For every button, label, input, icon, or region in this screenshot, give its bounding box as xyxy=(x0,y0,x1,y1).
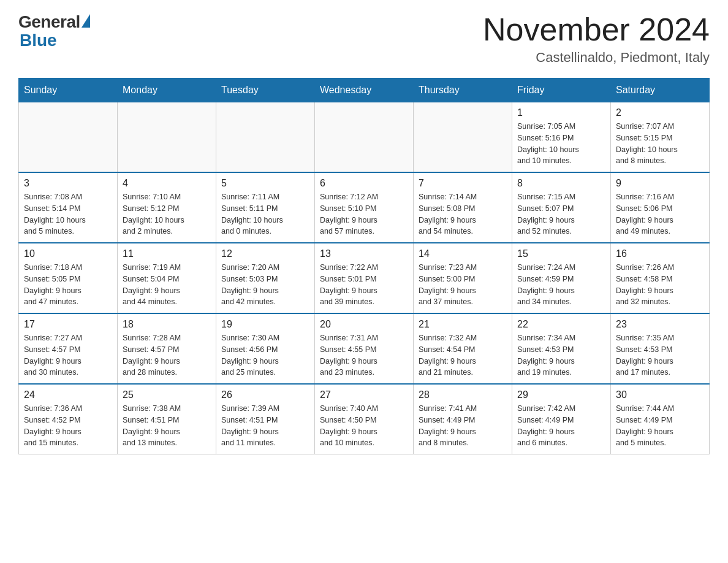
day-number: 23 xyxy=(616,319,704,330)
day-number: 2 xyxy=(616,107,704,118)
day-number: 7 xyxy=(419,178,507,189)
logo-general-text: General xyxy=(18,12,80,32)
day-number: 26 xyxy=(221,389,309,400)
calendar-header-monday: Monday xyxy=(118,79,216,102)
calendar-week-4: 17Sunrise: 7:27 AM Sunset: 4:57 PM Dayli… xyxy=(19,313,710,384)
day-info: Sunrise: 7:14 AM Sunset: 5:08 PM Dayligh… xyxy=(419,191,507,237)
calendar-day: 13Sunrise: 7:22 AM Sunset: 5:01 PM Dayli… xyxy=(315,243,414,313)
calendar-day: 28Sunrise: 7:41 AM Sunset: 4:49 PM Dayli… xyxy=(414,384,512,454)
day-info: Sunrise: 7:05 AM Sunset: 5:16 PM Dayligh… xyxy=(517,121,605,167)
calendar-day: 24Sunrise: 7:36 AM Sunset: 4:52 PM Dayli… xyxy=(19,384,118,454)
calendar-day: 10Sunrise: 7:18 AM Sunset: 5:05 PM Dayli… xyxy=(19,243,118,313)
day-info: Sunrise: 7:31 AM Sunset: 4:55 PM Dayligh… xyxy=(320,332,408,378)
calendar-day: 6Sunrise: 7:12 AM Sunset: 5:10 PM Daylig… xyxy=(315,172,414,243)
day-number: 12 xyxy=(221,248,309,259)
logo-triangle-icon xyxy=(82,14,90,28)
day-number: 29 xyxy=(517,389,605,400)
page-header: General Blue November 2024 Castellinaldo… xyxy=(18,12,710,66)
day-info: Sunrise: 7:24 AM Sunset: 4:59 PM Dayligh… xyxy=(517,262,605,308)
day-info: Sunrise: 7:38 AM Sunset: 4:51 PM Dayligh… xyxy=(123,403,211,449)
day-number: 9 xyxy=(616,178,704,189)
day-number: 3 xyxy=(24,178,112,189)
title-section: November 2024 Castellinaldo, Piedmont, I… xyxy=(483,12,710,66)
day-number: 10 xyxy=(24,248,112,259)
calendar-table: SundayMondayTuesdayWednesdayThursdayFrid… xyxy=(18,78,710,454)
day-info: Sunrise: 7:22 AM Sunset: 5:01 PM Dayligh… xyxy=(320,262,408,308)
day-info: Sunrise: 7:23 AM Sunset: 5:00 PM Dayligh… xyxy=(419,262,507,308)
calendar-header-row: SundayMondayTuesdayWednesdayThursdayFrid… xyxy=(19,79,710,102)
calendar-week-5: 24Sunrise: 7:36 AM Sunset: 4:52 PM Dayli… xyxy=(19,384,710,454)
day-number: 17 xyxy=(24,319,112,330)
day-number: 28 xyxy=(419,389,507,400)
day-info: Sunrise: 7:42 AM Sunset: 4:49 PM Dayligh… xyxy=(517,403,605,449)
calendar-day: 15Sunrise: 7:24 AM Sunset: 4:59 PM Dayli… xyxy=(512,243,611,313)
day-info: Sunrise: 7:12 AM Sunset: 5:10 PM Dayligh… xyxy=(320,191,408,237)
calendar-day xyxy=(118,102,216,173)
day-number: 16 xyxy=(616,248,704,259)
day-info: Sunrise: 7:27 AM Sunset: 4:57 PM Dayligh… xyxy=(24,332,112,378)
day-info: Sunrise: 7:41 AM Sunset: 4:49 PM Dayligh… xyxy=(419,403,507,449)
day-info: Sunrise: 7:10 AM Sunset: 5:12 PM Dayligh… xyxy=(123,191,211,237)
day-number: 24 xyxy=(24,389,112,400)
calendar-day: 16Sunrise: 7:26 AM Sunset: 4:58 PM Dayli… xyxy=(611,243,710,313)
day-number: 30 xyxy=(616,389,704,400)
day-info: Sunrise: 7:39 AM Sunset: 4:51 PM Dayligh… xyxy=(221,403,309,449)
calendar-header-thursday: Thursday xyxy=(414,79,512,102)
calendar-day: 1Sunrise: 7:05 AM Sunset: 5:16 PM Daylig… xyxy=(512,102,611,173)
day-info: Sunrise: 7:20 AM Sunset: 5:03 PM Dayligh… xyxy=(221,262,309,308)
calendar-week-1: 1Sunrise: 7:05 AM Sunset: 5:16 PM Daylig… xyxy=(19,102,710,173)
calendar-day xyxy=(216,102,315,173)
day-info: Sunrise: 7:16 AM Sunset: 5:06 PM Dayligh… xyxy=(616,191,704,237)
day-number: 27 xyxy=(320,389,408,400)
calendar-day xyxy=(19,102,118,173)
day-info: Sunrise: 7:36 AM Sunset: 4:52 PM Dayligh… xyxy=(24,403,112,449)
calendar-day: 22Sunrise: 7:34 AM Sunset: 4:53 PM Dayli… xyxy=(512,313,611,384)
calendar-week-2: 3Sunrise: 7:08 AM Sunset: 5:14 PM Daylig… xyxy=(19,172,710,243)
calendar-day: 29Sunrise: 7:42 AM Sunset: 4:49 PM Dayli… xyxy=(512,384,611,454)
day-info: Sunrise: 7:15 AM Sunset: 5:07 PM Dayligh… xyxy=(517,191,605,237)
calendar-day: 18Sunrise: 7:28 AM Sunset: 4:57 PM Dayli… xyxy=(118,313,216,384)
location-title: Castellinaldo, Piedmont, Italy xyxy=(483,50,710,66)
calendar-day: 26Sunrise: 7:39 AM Sunset: 4:51 PM Dayli… xyxy=(216,384,315,454)
day-number: 21 xyxy=(419,319,507,330)
day-info: Sunrise: 7:26 AM Sunset: 4:58 PM Dayligh… xyxy=(616,262,704,308)
day-info: Sunrise: 7:30 AM Sunset: 4:56 PM Dayligh… xyxy=(221,332,309,378)
day-info: Sunrise: 7:18 AM Sunset: 5:05 PM Dayligh… xyxy=(24,262,112,308)
calendar-week-3: 10Sunrise: 7:18 AM Sunset: 5:05 PM Dayli… xyxy=(19,243,710,313)
day-number: 4 xyxy=(123,178,211,189)
day-number: 22 xyxy=(517,319,605,330)
day-number: 19 xyxy=(221,319,309,330)
day-number: 20 xyxy=(320,319,408,330)
month-title: November 2024 xyxy=(483,12,710,47)
day-number: 13 xyxy=(320,248,408,259)
calendar-day: 14Sunrise: 7:23 AM Sunset: 5:00 PM Dayli… xyxy=(414,243,512,313)
calendar-day: 8Sunrise: 7:15 AM Sunset: 5:07 PM Daylig… xyxy=(512,172,611,243)
day-number: 5 xyxy=(221,178,309,189)
calendar-day: 2Sunrise: 7:07 AM Sunset: 5:15 PM Daylig… xyxy=(611,102,710,173)
day-number: 11 xyxy=(123,248,211,259)
calendar-day xyxy=(315,102,414,173)
day-info: Sunrise: 7:40 AM Sunset: 4:50 PM Dayligh… xyxy=(320,403,408,449)
calendar-day xyxy=(414,102,512,173)
calendar-day: 19Sunrise: 7:30 AM Sunset: 4:56 PM Dayli… xyxy=(216,313,315,384)
day-number: 1 xyxy=(517,107,605,118)
calendar-day: 30Sunrise: 7:44 AM Sunset: 4:49 PM Dayli… xyxy=(611,384,710,454)
calendar-day: 17Sunrise: 7:27 AM Sunset: 4:57 PM Dayli… xyxy=(19,313,118,384)
calendar-day: 5Sunrise: 7:11 AM Sunset: 5:11 PM Daylig… xyxy=(216,172,315,243)
day-number: 18 xyxy=(123,319,211,330)
calendar-day: 4Sunrise: 7:10 AM Sunset: 5:12 PM Daylig… xyxy=(118,172,216,243)
calendar-day: 3Sunrise: 7:08 AM Sunset: 5:14 PM Daylig… xyxy=(19,172,118,243)
calendar-header-sunday: Sunday xyxy=(19,79,118,102)
day-number: 8 xyxy=(517,178,605,189)
calendar-header-saturday: Saturday xyxy=(611,79,710,102)
day-number: 14 xyxy=(419,248,507,259)
logo: General Blue xyxy=(18,12,90,50)
calendar-header-tuesday: Tuesday xyxy=(216,79,315,102)
day-info: Sunrise: 7:28 AM Sunset: 4:57 PM Dayligh… xyxy=(123,332,211,378)
day-number: 25 xyxy=(123,389,211,400)
day-number: 15 xyxy=(517,248,605,259)
calendar-day: 21Sunrise: 7:32 AM Sunset: 4:54 PM Dayli… xyxy=(414,313,512,384)
calendar-day: 11Sunrise: 7:19 AM Sunset: 5:04 PM Dayli… xyxy=(118,243,216,313)
calendar-day: 12Sunrise: 7:20 AM Sunset: 5:03 PM Dayli… xyxy=(216,243,315,313)
day-info: Sunrise: 7:07 AM Sunset: 5:15 PM Dayligh… xyxy=(616,121,704,167)
